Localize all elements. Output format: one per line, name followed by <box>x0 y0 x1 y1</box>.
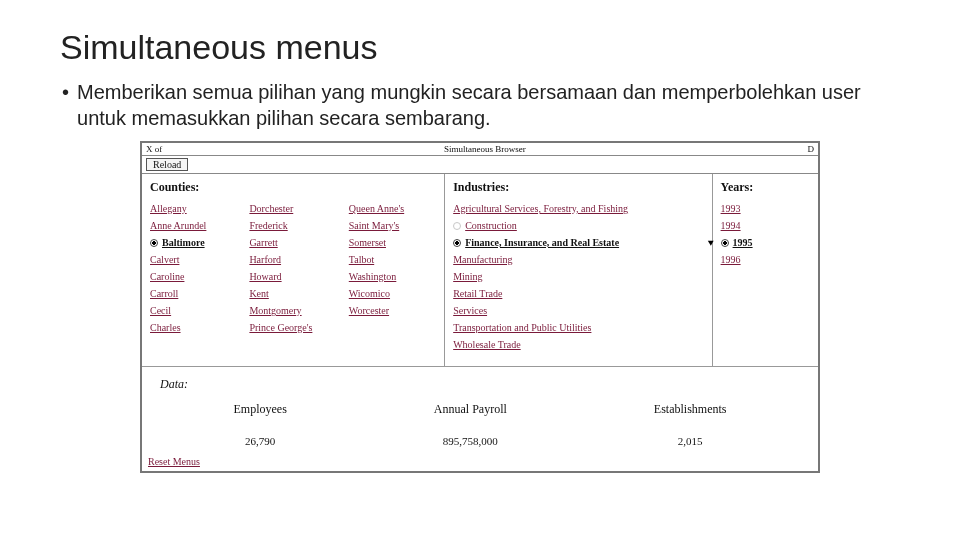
county-item[interactable]: Montgomery <box>249 305 336 316</box>
county-item[interactable]: Talbot <box>349 254 436 265</box>
data-header: Establishments <box>654 402 727 417</box>
reset-row: Reset Menus <box>142 451 818 471</box>
data-value: 26,790 <box>234 435 287 447</box>
bullet-dot-icon: • <box>62 79 69 131</box>
slide-title: Simultaneous menus <box>60 28 900 67</box>
county-item[interactable]: Allegany <box>150 203 237 214</box>
county-item[interactable]: Prince George's <box>249 322 336 333</box>
bullet-text: Memberikan semua pilihan yang mungkin se… <box>77 79 900 131</box>
industry-item[interactable]: Wholesale Trade <box>453 339 703 350</box>
data-columns: Employees 26,790 Annual Payroll 895,758,… <box>160 402 800 447</box>
county-item[interactable]: Frederick <box>249 220 336 231</box>
industries-title: Industries: <box>453 180 703 195</box>
industry-item[interactable]: Services <box>453 305 703 316</box>
data-header: Employees <box>234 402 287 417</box>
county-item[interactable]: Calvert <box>150 254 237 265</box>
data-col-employees: Employees 26,790 <box>234 402 287 447</box>
county-item[interactable]: Washington <box>349 271 436 282</box>
industry-item[interactable]: Transportation and Public Utilities <box>453 322 703 333</box>
data-value: 895,758,000 <box>434 435 507 447</box>
county-item[interactable]: Dorchester <box>249 203 336 214</box>
data-col-establishments: Establishments 2,015 <box>654 402 727 447</box>
data-section: Data: Employees 26,790 Annual Payroll 89… <box>142 367 818 451</box>
data-value: 2,015 <box>654 435 727 447</box>
counties-title: Counties: <box>150 180 436 195</box>
county-item[interactable]: Queen Anne's <box>349 203 436 214</box>
industry-item[interactable]: Mining <box>453 271 703 282</box>
reset-menus-link[interactable]: Reset Menus <box>148 456 200 467</box>
counties-col-1: Allegany Anne Arundel Baltimore Calvert … <box>150 203 237 339</box>
topbar-title: Simultaneous Browser <box>444 144 526 154</box>
county-item[interactable]: Wicomico <box>349 288 436 299</box>
industry-item[interactable]: Agricultural Services, Forestry, and Fis… <box>453 203 703 214</box>
industry-item[interactable]: Construction <box>453 220 703 231</box>
county-item[interactable]: Howard <box>249 271 336 282</box>
browser-frame: X of Simultaneous Browser D Reload Count… <box>140 141 820 473</box>
county-item[interactable]: Cecil <box>150 305 237 316</box>
county-item[interactable]: Harford <box>249 254 336 265</box>
county-item[interactable]: Somerset <box>349 237 436 248</box>
year-item-selected[interactable]: 1995 <box>721 237 810 248</box>
browser-topbar: X of Simultaneous Browser D <box>142 143 818 156</box>
year-item[interactable]: 1994 <box>721 220 810 231</box>
county-item-selected[interactable]: Baltimore <box>150 237 237 248</box>
reload-row: Reload <box>142 156 818 174</box>
industries-panel: Industries: Agricultural Services, Fores… <box>445 174 712 366</box>
industry-item[interactable]: Retail Trade <box>453 288 703 299</box>
county-item[interactable]: Garrett <box>249 237 336 248</box>
county-item[interactable]: Kent <box>249 288 336 299</box>
years-panel: Years: 1993 1994 1995 1996 <box>713 174 818 366</box>
panels-row: Counties: Allegany Anne Arundel Baltimor… <box>142 174 818 367</box>
topbar-right: D <box>808 144 815 154</box>
county-item[interactable]: Anne Arundel <box>150 220 237 231</box>
radio-on-icon <box>150 239 158 247</box>
radio-off-icon <box>453 222 461 230</box>
data-header: Annual Payroll <box>434 402 507 417</box>
county-item[interactable]: Charles <box>150 322 237 333</box>
data-col-payroll: Annual Payroll 895,758,000 <box>434 402 507 447</box>
years-title: Years: <box>721 180 810 195</box>
counties-col-3: Queen Anne's Saint Mary's Somerset Talbo… <box>349 203 436 339</box>
county-item[interactable]: Worcester <box>349 305 436 316</box>
industry-item[interactable]: Manufacturing <box>453 254 703 265</box>
radio-on-icon <box>721 239 729 247</box>
counties-panel: Counties: Allegany Anne Arundel Baltimor… <box>142 174 445 366</box>
slide-bullet: • Memberikan semua pilihan yang mungkin … <box>60 79 900 131</box>
year-item[interactable]: 1993 <box>721 203 810 214</box>
radio-on-icon <box>453 239 461 247</box>
year-item[interactable]: 1996 <box>721 254 810 265</box>
data-title: Data: <box>160 377 800 392</box>
county-item[interactable]: Carroll <box>150 288 237 299</box>
industry-item-selected[interactable]: Finance, Insurance, and Real Estate <box>453 237 703 248</box>
county-item[interactable]: Caroline <box>150 271 237 282</box>
topbar-left: X of <box>146 144 162 154</box>
reload-button[interactable]: Reload <box>146 158 188 171</box>
counties-col-2: Dorchester Frederick Garrett Harford How… <box>249 203 336 339</box>
county-item[interactable]: Saint Mary's <box>349 220 436 231</box>
